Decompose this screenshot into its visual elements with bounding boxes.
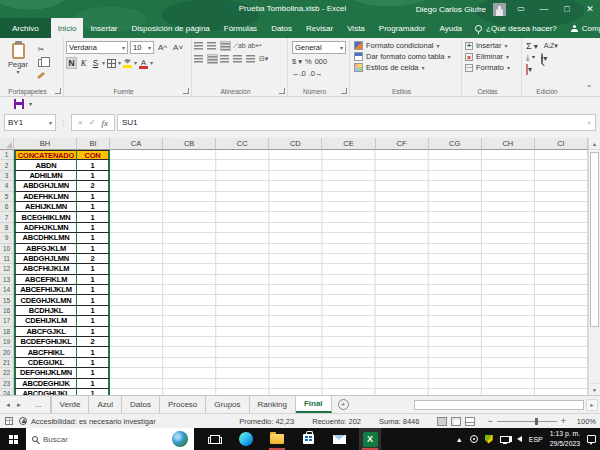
row-number[interactable]: 15 xyxy=(0,295,14,305)
empty-cells[interactable] xyxy=(110,347,588,357)
row-number[interactable]: 1 xyxy=(0,150,14,160)
empty-cells[interactable] xyxy=(110,285,588,295)
row-number[interactable]: 13 xyxy=(0,275,14,285)
minimize-button[interactable]: — xyxy=(536,2,552,16)
align-middle-button[interactable] xyxy=(207,41,218,51)
horizontal-scrollbar[interactable]: ► xyxy=(414,396,600,413)
empty-cells[interactable] xyxy=(110,223,588,233)
tray-app-icon[interactable] xyxy=(470,435,478,443)
accessibility-status[interactable]: Accesibilidad: es necesario investigar xyxy=(31,417,156,426)
new-sheet-button[interactable]: + xyxy=(338,399,349,410)
header-cell-concatenado[interactable]: CONCATENADO xyxy=(14,150,77,160)
ribbon-tab-disposicion-de-pagina[interactable]: Disposición de página xyxy=(125,18,217,38)
cell-concatenado[interactable]: ABCEFHIJKLM xyxy=(14,285,77,295)
percent-button[interactable]: % xyxy=(305,57,312,66)
font-color-button[interactable]: A xyxy=(138,57,149,69)
decrease-decimal-button[interactable]: .0→ xyxy=(309,69,323,78)
avatar[interactable] xyxy=(493,3,506,16)
cancel-icon[interactable]: × xyxy=(78,118,83,127)
row-number[interactable]: 4 xyxy=(0,181,14,191)
row-number[interactable]: 11 xyxy=(0,254,14,264)
column-header-ch[interactable]: CH xyxy=(482,138,535,150)
format-painter-button[interactable] xyxy=(34,70,48,81)
fill-dropdown-icon[interactable]: ▾ xyxy=(134,61,137,65)
format-as-table-button[interactable]: Dar formato como tabla▾ xyxy=(354,52,459,61)
ribbon-tab-programador[interactable]: Programador xyxy=(372,18,433,38)
sheet-tab-overflow[interactable]: ... xyxy=(27,396,51,413)
cell-con[interactable]: 1 xyxy=(77,275,110,285)
decrease-indent-button[interactable] xyxy=(233,54,244,64)
share-button[interactable]: Compartir xyxy=(563,18,600,38)
number-format-combo[interactable]: General▾ xyxy=(292,41,346,54)
empty-cells[interactable] xyxy=(110,192,588,202)
action-center-icon[interactable] xyxy=(587,435,596,443)
bold-button[interactable]: N xyxy=(66,57,77,69)
start-button[interactable] xyxy=(0,428,26,450)
cell-con[interactable]: 1 xyxy=(77,244,110,254)
cell-concatenado[interactable]: ABDGHJLMN xyxy=(14,254,77,264)
delete-cells-button[interactable]: ×Eliminar▾ xyxy=(465,52,519,61)
font-name-combo[interactable]: Verdana▾ xyxy=(66,41,128,54)
cell-con[interactable]: 2 xyxy=(77,254,110,264)
ribbon-tab-archivo[interactable]: Archivo xyxy=(0,18,51,38)
empty-cells[interactable] xyxy=(110,327,588,337)
horizontal-scroll-thumb[interactable] xyxy=(414,400,584,410)
empty-cells[interactable] xyxy=(110,295,588,305)
ribbon-tab-inicio[interactable]: Inicio xyxy=(51,18,84,38)
increase-decimal-button[interactable]: ←.0 xyxy=(292,69,306,78)
underline-dropdown-icon[interactable]: ▾ xyxy=(102,61,105,65)
ribbon-tab-revisar[interactable]: Revisar xyxy=(299,18,340,38)
cell-con[interactable]: 1 xyxy=(77,306,110,316)
empty-cells[interactable] xyxy=(110,150,588,160)
column-header-cb[interactable]: CB xyxy=(163,138,216,150)
row-number[interactable]: 2 xyxy=(0,160,14,170)
currency-button[interactable]: $ ▾ xyxy=(292,57,302,66)
cell-concatenado[interactable]: CDEHIJKLM xyxy=(14,316,77,326)
align-center-button[interactable] xyxy=(207,54,218,64)
row-number[interactable]: 3 xyxy=(0,171,14,181)
edge-button[interactable] xyxy=(235,428,257,450)
cell-con[interactable]: 1 xyxy=(77,295,110,305)
align-top-button[interactable] xyxy=(194,41,205,51)
row-number[interactable]: 17 xyxy=(0,316,14,326)
row-number[interactable]: 20 xyxy=(0,347,14,357)
paste-button[interactable]: Pegar ▾ xyxy=(2,41,34,85)
thousands-button[interactable]: 000 xyxy=(315,57,328,66)
row-number[interactable]: 19 xyxy=(0,337,14,347)
row-number[interactable]: 10 xyxy=(0,244,14,254)
ribbon-tab-insertar[interactable]: Insertar xyxy=(83,18,124,38)
sheet-nav-left-icon[interactable]: ◄ xyxy=(5,402,11,408)
cell-concatenado[interactable]: ABCFHIKL xyxy=(14,347,77,357)
cell-concatenado[interactable]: ABCDHKLMN xyxy=(14,233,77,243)
scroll-down-icon[interactable]: ▼ xyxy=(589,383,600,395)
align-right-button[interactable] xyxy=(220,54,231,64)
empty-cells[interactable] xyxy=(110,171,588,181)
fill-color-button[interactable] xyxy=(122,57,133,69)
search-highlight-earth-icon[interactable] xyxy=(172,431,188,447)
increase-indent-button[interactable] xyxy=(246,54,257,64)
sheet-tab-grupos[interactable]: Grupos xyxy=(206,396,249,413)
scroll-up-icon[interactable]: ▲ xyxy=(589,138,600,150)
row-number[interactable]: 14 xyxy=(0,285,14,295)
insert-function-icon[interactable]: fx xyxy=(101,118,108,128)
task-view-button[interactable] xyxy=(204,428,226,450)
cell-concatenado[interactable]: ADFHJKLMN xyxy=(14,223,77,233)
row-number[interactable]: 9 xyxy=(0,233,14,243)
enter-icon[interactable]: ✓ xyxy=(89,118,96,127)
sheet-tab-proceso[interactable]: Proceso xyxy=(160,396,206,413)
fill-button[interactable]: ⤓ ▾ xyxy=(526,53,535,63)
ribbon-tab-ayuda[interactable]: Ayuda xyxy=(432,18,469,38)
empty-cells[interactable] xyxy=(110,306,588,316)
cell-concatenado[interactable]: BCDEFGHIJKL xyxy=(14,337,77,347)
cell-concatenado[interactable]: ABCDEGHIJK xyxy=(14,379,77,389)
qat-customize-icon[interactable]: ▾ xyxy=(29,102,32,106)
empty-cells[interactable] xyxy=(110,212,588,222)
clock[interactable]: 1:13 p. m. 29/5/2023 xyxy=(550,429,580,448)
empty-cells[interactable] xyxy=(110,316,588,326)
ribbon-tab-vista[interactable]: Vista xyxy=(340,18,372,38)
cell-concatenado[interactable]: BCDHJKL xyxy=(14,306,77,316)
borders-button[interactable] xyxy=(106,57,117,69)
dialog-launcher-icon[interactable] xyxy=(279,88,285,94)
empty-cells[interactable] xyxy=(110,337,588,347)
empty-cells[interactable] xyxy=(110,181,588,191)
